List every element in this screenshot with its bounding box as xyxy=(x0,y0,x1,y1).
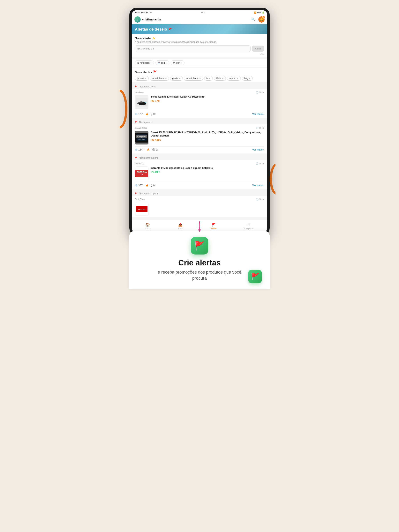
deal-stats: ❄️ 370° 🔥 💬 4 xyxy=(135,184,156,187)
cold-stat: ❄️ 1547° xyxy=(135,148,145,151)
android-tv-text: androidtv xyxy=(139,139,145,140)
nav-post[interactable]: 📤 Postar xyxy=(174,222,186,230)
flag-mini-icon: 🚩 xyxy=(135,192,138,195)
ver-mais-button-tenis[interactable]: Ver mais › xyxy=(252,113,264,115)
orange-arc-right xyxy=(270,164,283,195)
nav-categories[interactable]: ⊞ Categorias xyxy=(241,222,257,230)
deal-info: Smart TV 70" UHD 4K Philips 70PUG7406, A… xyxy=(151,131,264,141)
remove-tag-button[interactable]: ✕ xyxy=(199,77,201,80)
deal-content-row: Tênis Adidas Lite Racer Adapt 4.0 Mascul… xyxy=(135,95,264,109)
search-button[interactable]: 🔍 xyxy=(250,16,256,23)
shoe-image xyxy=(136,98,148,107)
notebook-icon: 🖥 xyxy=(137,62,139,64)
tag-label: tênis xyxy=(216,77,221,80)
alert-label-cupom1: 🚩 Alerta para cupom xyxy=(132,155,267,160)
svg-point-1 xyxy=(140,101,141,102)
nav-home-label: Início xyxy=(145,228,150,230)
plus-icon: + xyxy=(181,61,183,64)
quick-tag-ssd[interactable]: 💾 ssd + xyxy=(155,60,169,65)
deal-card-header: Casas Bahia 🕐 18 jul xyxy=(135,127,264,129)
remove-tag-button[interactable]: ✕ xyxy=(179,77,180,80)
quick-tag-label: ps4 xyxy=(176,62,180,64)
alert-tag-gratis[interactable]: grátis ✕ xyxy=(170,76,183,81)
sparkle-icon: ✨ xyxy=(152,37,155,40)
alert-tag-iphone[interactable]: iphone ✕ xyxy=(135,76,149,81)
wifi-icon: 📶 xyxy=(254,12,256,14)
flag-mini-icon: 🚩 xyxy=(135,157,138,159)
fire-stat: 🔥 xyxy=(147,148,150,151)
deal-card-footer: ❄️ 370° 🔥 💬 4 xyxy=(135,182,264,187)
alert-items: 🚩 Alerta para tênis Netshoes 🕐 18 jul xyxy=(132,82,267,220)
deal-image xyxy=(135,95,148,109)
notification-button[interactable]: 🔔 2 xyxy=(258,16,264,23)
deal-store: Netshoes xyxy=(135,91,144,94)
nav-home[interactable]: 🏠 Início xyxy=(142,222,153,230)
battery-text: 84% xyxy=(257,12,261,14)
page-title: Alertas de desejo xyxy=(135,27,167,32)
new-alert-section: Novo alerta ✨ A gente te avisa quando en… xyxy=(132,34,267,57)
app-header: C cristianolanda 🔍 🔔 2 xyxy=(132,15,267,24)
deal-card-header: Estrela10 🕐 18 jul xyxy=(135,162,264,165)
quick-tag-label: ssd xyxy=(161,62,165,64)
deal-image: Fast Shop xyxy=(135,202,148,216)
deal-card-cupom2[interactable]: Fast Shop 🕐 18 jul Fast Shop xyxy=(132,196,267,217)
deal-image: ESTRELA10 xyxy=(135,166,148,180)
quick-tag-ps4[interactable]: 🎮 ps4 + xyxy=(171,60,185,65)
alert-tag-bug[interactable]: bug ✕ xyxy=(242,76,253,81)
deal-card-tenis[interactable]: Netshoes 🕐 18 jul xyxy=(132,89,267,118)
fastshop-image: Fast Shop xyxy=(136,206,148,212)
app-icon-large: 🚩 xyxy=(191,237,208,254)
cold-value: 1547° xyxy=(138,148,145,151)
remove-tag-button[interactable]: ✕ xyxy=(237,77,239,80)
ver-mais-button-tv[interactable]: Ver mais › xyxy=(252,148,264,151)
alert-label-text: Alerta para cupom xyxy=(139,157,158,159)
criar-button[interactable]: Criar xyxy=(252,45,264,52)
bottom-promo: 🚩 Crie alertas e receba promoções dos pr… xyxy=(129,231,270,289)
deal-card-header: Netshoes 🕐 18 jul xyxy=(135,91,264,94)
deal-title: Smart TV 70" UHD 4K Philips 70PUG7406, A… xyxy=(151,131,264,138)
deal-card-cupom1[interactable]: Estrela10 🕐 18 jul ESTRELA10 Garanta 5% … xyxy=(132,160,267,189)
deal-card-header: Fast Shop 🕐 18 jul xyxy=(135,198,264,201)
expired-label: ⚠ Expirada xyxy=(136,135,148,138)
alert-tag-tv[interactable]: tv ✕ xyxy=(204,76,213,81)
plus-icon: + xyxy=(150,61,152,64)
ver-mais-button-cupom1[interactable]: Ver mais › xyxy=(252,184,264,187)
deal-store: Estrela10 xyxy=(135,162,144,165)
deal-price-off: 5% OFF xyxy=(151,171,264,173)
alert-tag-tenis[interactable]: tênis ✕ xyxy=(214,76,225,81)
alert-label-text: Alerta para tv xyxy=(139,121,153,124)
remove-tag-button[interactable]: ✕ xyxy=(165,77,167,80)
deal-image: ⚠ Expirada androidtv xyxy=(135,131,148,145)
tag-label: bug xyxy=(244,77,248,80)
quick-tag-label: notebook xyxy=(140,62,149,64)
home-icon: 🏠 xyxy=(146,222,150,227)
quick-tag-notebook[interactable]: 🖥 notebook + xyxy=(135,60,154,65)
tablet-frame: 15:41 Mon 25 Jul ••• 📶 84% 🔋 C cristiano… xyxy=(129,8,270,235)
alert-tag-smartphone1[interactable]: smartphone ✕ xyxy=(150,76,169,81)
comment-count: 4 xyxy=(154,184,156,187)
remove-tag-button[interactable]: ✕ xyxy=(145,77,147,80)
post-icon: 📤 xyxy=(178,222,183,227)
page-wrapper: 15:41 Mon 25 Jul ••• 📶 84% 🔋 C cristiano… xyxy=(123,8,276,289)
status-time: 15:41 Mon 25 Jul xyxy=(135,11,152,14)
nav-alertas[interactable]: 🚩 Alertas xyxy=(207,222,220,230)
alert-tag-smartphone2[interactable]: smartphone ✕ xyxy=(184,76,203,81)
deal-card-tv[interactable]: Casas Bahia 🕐 18 jul ⚠ Expirada androidt… xyxy=(132,124,267,153)
comment-stat: 💬 2 xyxy=(151,113,156,115)
cold-stat: ❄️ 125° xyxy=(135,113,143,115)
comment-icon: 💬 xyxy=(151,113,154,115)
alert-input-row: Criar xyxy=(135,45,264,52)
snowflake-icon: ❄️ xyxy=(135,113,138,115)
deal-price: R$ 170 xyxy=(151,99,264,102)
ssd-icon: 💾 xyxy=(158,62,160,64)
alert-tag-cupom[interactable]: cupom ✕ xyxy=(227,76,241,81)
status-center: ••• xyxy=(201,11,205,14)
remove-tag-button[interactable]: ✕ xyxy=(249,77,251,80)
comment-count: 17 xyxy=(156,148,158,151)
deal-content-row: ESTRELA10 Garanta 5% de desconto ao usar… xyxy=(135,166,264,180)
remove-tag-button[interactable]: ✕ xyxy=(209,77,211,80)
arrow-indicator xyxy=(196,222,203,234)
alert-input[interactable] xyxy=(135,45,251,52)
remove-tag-button[interactable]: ✕ xyxy=(222,77,224,80)
comment-count: 2 xyxy=(154,113,156,115)
